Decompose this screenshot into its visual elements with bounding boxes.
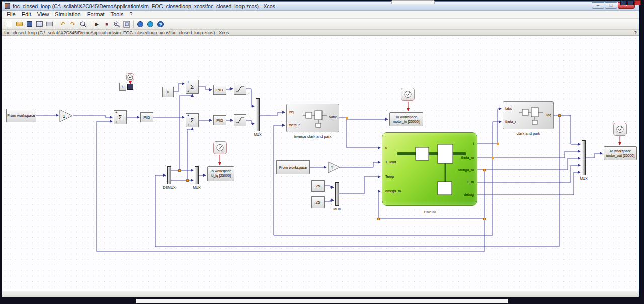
- scope-motor-out-block[interactable]: [613, 123, 627, 136]
- wire[interactable]: [179, 94, 192, 170]
- stop-simulation-button[interactable]: ■: [102, 20, 112, 29]
- menu-simulation[interactable]: Simulation: [52, 11, 84, 18]
- maximize-button[interactable]: □: [605, 2, 617, 9]
- pid-speed-block[interactable]: PID: [140, 112, 153, 122]
- to-workspace-motor-out-block[interactable]: To workspace motor_out [25000]: [604, 146, 637, 160]
- clock-period-value: 1: [122, 85, 124, 89]
- xcos-palette-button[interactable]: [135, 20, 145, 29]
- xcos-app-icon: [5, 3, 10, 9]
- wire[interactable]: [493, 122, 501, 158]
- bg-minimize-button[interactable]: [620, 0, 627, 5]
- from-workspace-2-block[interactable]: From workspace: [276, 160, 310, 174]
- gain-2-block[interactable]: 1: [328, 161, 341, 173]
- sum-d-block[interactable]: + Σ +: [186, 80, 199, 94]
- gain-1-block[interactable]: 1: [59, 109, 73, 122]
- wire[interactable]: [187, 128, 192, 180]
- wire[interactable]: [554, 115, 580, 144]
- clark-park-block[interactable]: Iabc theta_r Idq: [503, 101, 554, 129]
- new-diagram-button[interactable]: [4, 20, 14, 29]
- wire[interactable]: [226, 89, 233, 90]
- start-simulation-button[interactable]: ▶: [92, 20, 102, 29]
- diagram-tab-bar[interactable]: foc_closed_loop (C:\_scilab\X2C845\DemoA…: [2, 30, 639, 36]
- toolbar-separator: [90, 21, 90, 28]
- menu-help[interactable]: ?: [126, 11, 135, 18]
- mux-temp-block[interactable]: [335, 182, 339, 206]
- pid-d-block[interactable]: PID: [213, 85, 226, 95]
- bg-close-button[interactable]: [634, 0, 641, 5]
- zoom-in-button[interactable]: [112, 20, 122, 29]
- clock-scope-block[interactable]: [126, 73, 134, 81]
- minimize-button[interactable]: –: [592, 2, 604, 9]
- link-junction[interactable]: [558, 114, 561, 117]
- wire[interactable]: [477, 165, 580, 182]
- link-junction[interactable]: [497, 143, 499, 145]
- from-workspace-1-block[interactable]: From workspace: [6, 109, 36, 122]
- pmsm-block[interactable]: u T_load Temp omega_m i theta_m omega_m …: [382, 132, 477, 206]
- clock-period-block[interactable]: 1: [119, 83, 126, 91]
- menu-view[interactable]: View: [34, 11, 52, 18]
- open-file-button[interactable]: [14, 20, 24, 29]
- pid-q-block[interactable]: PID: [213, 115, 226, 125]
- clock-block[interactable]: [127, 84, 133, 90]
- menu-format[interactable]: Format: [84, 11, 108, 18]
- wire[interactable]: [493, 151, 580, 158]
- sum-q-block[interactable]: + Σ +: [186, 113, 199, 127]
- redo-button[interactable]: ↷: [68, 20, 78, 29]
- menu-file[interactable]: File: [4, 11, 19, 18]
- const-25-b-block[interactable]: 25: [311, 196, 325, 208]
- link-junction[interactable]: [346, 117, 348, 119]
- wire[interactable]: [340, 162, 380, 167]
- inverse-clark-park-label: inverse clark and park: [276, 134, 349, 139]
- link-junction[interactable]: [377, 218, 380, 220]
- to-workspace-motor-in-block[interactable]: To workspace motor_in [25000]: [389, 112, 423, 126]
- mux-idiq-block[interactable]: [195, 166, 199, 184]
- menu-tools[interactable]: Tools: [108, 11, 127, 18]
- const-zero-block[interactable]: 0: [162, 87, 174, 97]
- background-tooltip: [391, 0, 435, 4]
- link-junction[interactable]: [483, 218, 486, 220]
- wire[interactable]: [325, 186, 334, 187]
- wire[interactable]: [246, 120, 254, 124]
- mux-voltage-block[interactable]: [256, 98, 260, 131]
- save-button[interactable]: [24, 20, 34, 29]
- link-junction[interactable]: [483, 169, 486, 171]
- wire[interactable]: [199, 87, 212, 90]
- inverse-clark-park-block[interactable]: Idq theta_r Vabc: [286, 104, 339, 132]
- scope-motor-in-block[interactable]: [401, 88, 415, 101]
- undo-button[interactable]: ↶: [58, 20, 68, 29]
- print-button[interactable]: [44, 20, 54, 29]
- wire[interactable]: [174, 84, 184, 92]
- wire[interactable]: [347, 119, 380, 148]
- diagram-canvas[interactable]: 1 From workspace 1 + Σ + PID 0: [2, 36, 639, 291]
- wire[interactable]: [325, 200, 334, 202]
- tab-help-icon[interactable]: ?: [634, 30, 637, 35]
- wire[interactable]: [339, 177, 380, 194]
- link-junction[interactable]: [492, 157, 494, 159]
- const-25-a-block[interactable]: 25: [311, 180, 325, 192]
- xcos-demos-button[interactable]: [145, 20, 155, 29]
- title-bar[interactable]: foc_closed_loop (C:\_scilab\X2C845\DemoA…: [2, 2, 639, 11]
- saturation-d-block[interactable]: [234, 83, 246, 95]
- menu-edit[interactable]: Edit: [19, 11, 34, 18]
- wire[interactable]: [477, 172, 580, 195]
- fit-to-window-button[interactable]: [122, 20, 132, 29]
- help-button[interactable]: ?: [155, 20, 166, 29]
- wire[interactable]: [498, 109, 501, 144]
- link-junction[interactable]: [186, 179, 189, 182]
- demux-block[interactable]: [167, 166, 171, 184]
- wire[interactable]: [484, 158, 580, 170]
- wire[interactable]: [73, 115, 112, 117]
- sum-speed-block[interactable]: + Σ +: [114, 110, 127, 124]
- link-junction[interactable]: [178, 169, 181, 172]
- scope-id-iq-block[interactable]: [213, 141, 227, 154]
- export-image-button[interactable]: [34, 20, 44, 29]
- to-workspace-id-iq-block[interactable]: To workspace id_iq [25000]: [207, 166, 234, 181]
- mux-out-block[interactable]: [582, 140, 586, 175]
- wire[interactable]: [347, 117, 388, 119]
- saturation-q-block[interactable]: [234, 114, 246, 126]
- wire[interactable]: [246, 89, 254, 106]
- zoom-area-button[interactable]: [78, 20, 88, 29]
- wire[interactable]: [260, 112, 285, 115]
- bg-maximize-button[interactable]: [627, 0, 634, 5]
- wire[interactable]: [586, 153, 602, 158]
